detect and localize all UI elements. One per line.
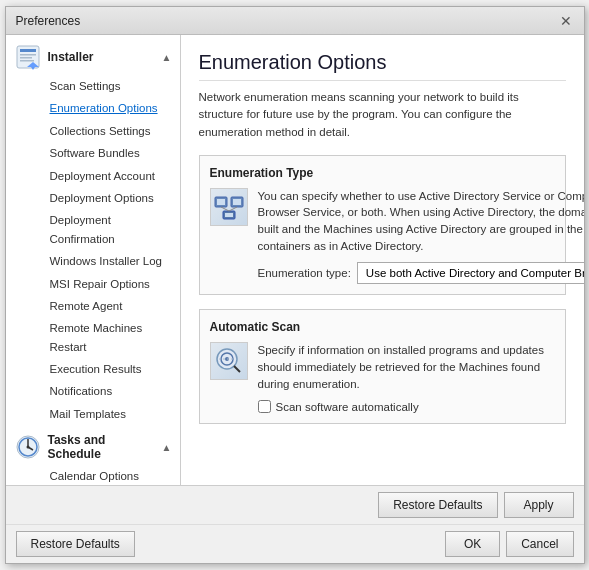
sidebar-header-tasks[interactable]: Tasks and Schedule ▲ [6, 429, 180, 465]
sidebar-item-remote-machines-restart[interactable]: Remote Machines Restart [14, 317, 180, 358]
enum-type-label: Enumeration type: [258, 267, 351, 279]
ok-cancel-group: OK Cancel [445, 531, 573, 557]
main-content: Installer ▲ Scan Settings Enumeration Op… [6, 35, 584, 485]
restore-defaults-bottom-button[interactable]: Restore Defaults [16, 531, 135, 557]
sidebar-item-deployment-confirmation[interactable]: Deployment Confirmation [14, 209, 180, 250]
panel-title: Enumeration Options [199, 51, 566, 81]
sidebar-item-notifications[interactable]: Notifications [14, 380, 180, 402]
apply-button[interactable]: Apply [504, 492, 574, 518]
ok-button[interactable]: OK [445, 531, 500, 557]
sidebar-installer-items: Scan Settings Enumeration Options Collec… [6, 75, 180, 425]
sidebar-item-scan-settings[interactable]: Scan Settings [14, 75, 180, 97]
cancel-button[interactable]: Cancel [506, 531, 573, 557]
restore-defaults-button[interactable]: Restore Defaults [378, 492, 497, 518]
sidebar-item-remote-agent[interactable]: Remote Agent [14, 295, 180, 317]
sidebar-section-installer: Installer ▲ Scan Settings Enumeration Op… [6, 39, 180, 425]
preferences-dialog: Preferences ✕ [5, 6, 585, 564]
bottom-bar-bottom: Restore Defaults OK Cancel [6, 525, 584, 563]
bottom-area: Restore Defaults Apply Restore Defaults … [6, 485, 584, 563]
svg-rect-22 [225, 213, 233, 217]
sidebar-tasks-label: Tasks and Schedule [48, 433, 162, 461]
close-button[interactable]: ✕ [558, 13, 574, 29]
auto-scan-row: Specify if information on installed prog… [210, 342, 555, 413]
enum-type-row: You can specify whether to use Active Di… [210, 188, 555, 285]
svg-line-28 [234, 366, 240, 372]
tasks-chevron: ▲ [162, 442, 172, 453]
sidebar-tasks-items: Calendar Options Scheduler Configuration… [6, 465, 180, 485]
enum-type-icon [210, 188, 248, 226]
enum-type-title: Enumeration Type [210, 166, 555, 180]
right-panel: Enumeration Options Network enumeration … [181, 35, 584, 485]
sidebar-item-execution-results[interactable]: Execution Results [14, 358, 180, 380]
scan-software-checkbox[interactable] [258, 400, 271, 413]
sidebar-item-msi-repair-options[interactable]: MSI Repair Options [14, 273, 180, 295]
scan-text-block: Specify if information on installed prog… [258, 342, 555, 413]
enum-description: You can specify whether to use Active Di… [258, 188, 584, 255]
tasks-icon [14, 433, 42, 461]
svg-rect-18 [217, 199, 225, 205]
sidebar-installer-label: Installer [48, 50, 162, 64]
svg-point-10 [26, 446, 29, 449]
sidebar-header-installer[interactable]: Installer ▲ [6, 39, 180, 75]
auto-scan-title: Automatic Scan [210, 320, 555, 334]
scan-icon [210, 342, 248, 380]
enum-type-select[interactable]: Use both Active Directory and Computer B… [357, 262, 584, 284]
svg-rect-20 [233, 199, 241, 205]
svg-rect-1 [20, 49, 36, 52]
auto-scan-group: Automatic Scan Specify if information on… [199, 309, 566, 424]
scan-description: Specify if information on installed prog… [258, 342, 555, 392]
enumeration-type-group: Enumeration Type [199, 155, 566, 296]
checkbox-row: Scan software automatically [258, 400, 555, 413]
bottom-bar-top: Restore Defaults Apply [6, 486, 584, 525]
svg-line-23 [221, 207, 229, 211]
svg-line-24 [229, 207, 237, 211]
sidebar-item-deployment-options[interactable]: Deployment Options [14, 187, 180, 209]
sidebar-item-mail-templates[interactable]: Mail Templates [14, 403, 180, 425]
svg-rect-4 [20, 60, 34, 62]
sidebar-item-calendar-options[interactable]: Calendar Options [14, 465, 180, 485]
title-bar: Preferences ✕ [6, 7, 584, 35]
svg-rect-2 [20, 54, 36, 56]
sidebar-item-windows-installer-log[interactable]: Windows Installer Log [14, 250, 180, 272]
installer-icon [14, 43, 42, 71]
scan-software-label: Scan software automatically [276, 401, 419, 413]
sidebar-item-enumeration-options[interactable]: Enumeration Options [14, 97, 180, 119]
panel-description: Network enumeration means scanning your … [199, 89, 566, 141]
enum-text-block: You can specify whether to use Active Di… [258, 188, 584, 285]
sidebar-item-collections-settings[interactable]: Collections Settings [14, 120, 180, 142]
sidebar-item-deployment-account[interactable]: Deployment Account [14, 165, 180, 187]
sidebar: Installer ▲ Scan Settings Enumeration Op… [6, 35, 181, 485]
sidebar-item-software-bundles[interactable]: Software Bundles [14, 142, 180, 164]
enum-type-select-row: Enumeration type: Use both Active Direct… [258, 262, 584, 284]
dialog-title: Preferences [16, 14, 81, 28]
installer-chevron: ▲ [162, 52, 172, 63]
svg-rect-3 [20, 57, 32, 59]
sidebar-section-tasks: Tasks and Schedule ▲ Calendar Options Sc… [6, 429, 180, 485]
